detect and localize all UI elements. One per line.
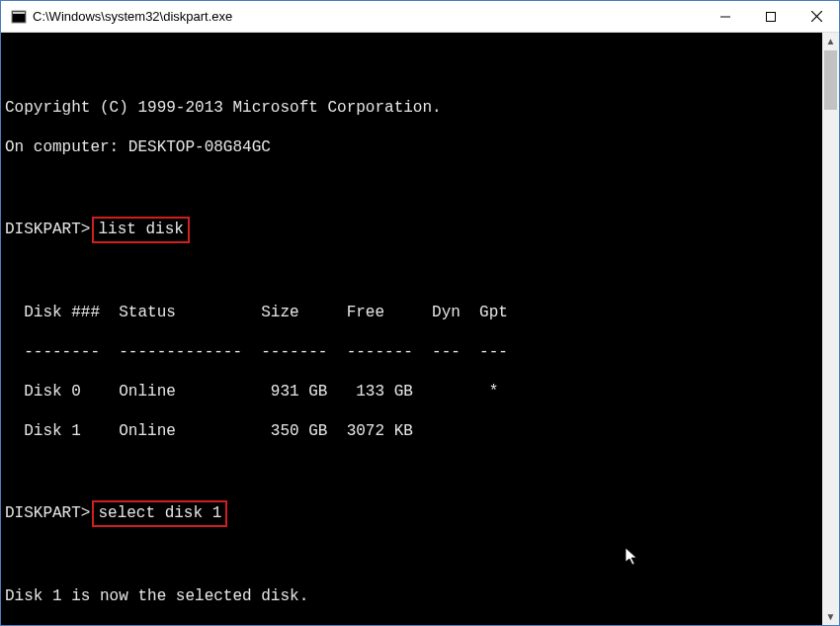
msg-line: Disk 1 is now the selected disk. xyxy=(5,586,818,606)
titlebar[interactable]: C:\Windows\system32\diskpart.exe xyxy=(1,1,839,33)
disk-header: Disk ### Status Size Free Dyn Gpt xyxy=(5,303,818,322)
content-row: Copyright (C) 1999-2013 Microsoft Corpor… xyxy=(1,33,839,625)
cmd-highlight: select disk 1 xyxy=(92,500,227,527)
cmd-highlight: list disk xyxy=(92,217,189,243)
disk-rule: -------- ------------- ------- ------- -… xyxy=(5,342,818,362)
scroll-thumb[interactable] xyxy=(824,50,837,110)
scroll-down-icon[interactable]: ▼ xyxy=(822,608,839,625)
scroll-up-icon[interactable]: ▲ xyxy=(822,33,839,49)
console-line xyxy=(5,263,818,283)
vertical-scrollbar[interactable]: ▲ ▼ xyxy=(822,33,839,625)
copyright-line: Copyright (C) 1999-2013 Microsoft Corpor… xyxy=(5,98,818,118)
app-icon xyxy=(11,9,27,25)
disk-row: Disk 0 Online 931 GB 133 GB * xyxy=(5,382,818,402)
close-button[interactable] xyxy=(794,1,839,33)
window-title: C:\Windows\system32\diskpart.exe xyxy=(33,9,232,24)
console-line xyxy=(5,461,818,481)
prompt-line: DISKPART>select disk 1 xyxy=(5,500,818,527)
prompt-line: DISKPART>list disk xyxy=(5,217,818,243)
window-frame: C:\Windows\system32\diskpart.exe Copyrig… xyxy=(0,0,840,626)
svg-rect-3 xyxy=(767,12,776,21)
computer-line: On computer: DESKTOP-08G84GC xyxy=(5,137,818,157)
svg-rect-1 xyxy=(13,12,25,14)
prompt: DISKPART> xyxy=(5,504,90,522)
console-line xyxy=(5,58,818,78)
disk-row: Disk 1 Online 350 GB 3072 KB xyxy=(5,421,818,441)
minimize-button[interactable] xyxy=(703,1,748,33)
console-area[interactable]: Copyright (C) 1999-2013 Microsoft Corpor… xyxy=(1,33,822,625)
console-line xyxy=(5,177,818,197)
prompt: DISKPART> xyxy=(5,221,90,238)
console-line xyxy=(5,547,818,567)
maximize-button[interactable] xyxy=(748,1,794,33)
